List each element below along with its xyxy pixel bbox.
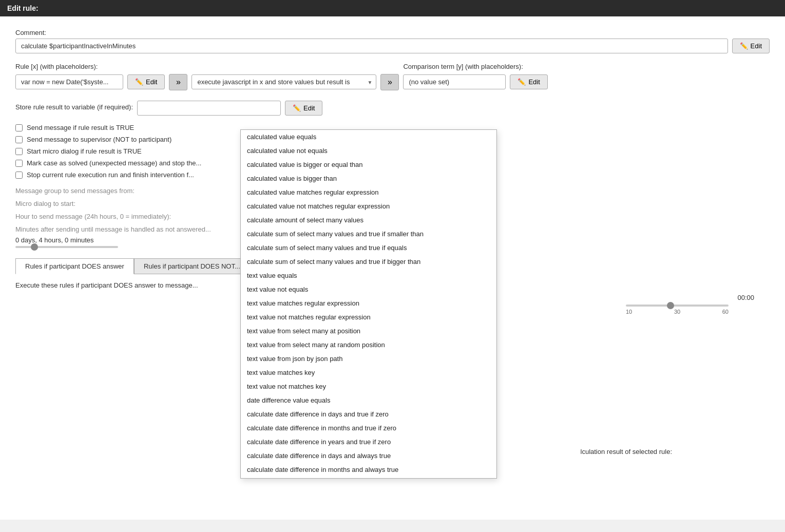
operator-dropdown-wrapper: execute javascript in x and store values…	[192, 74, 376, 89]
operator-group: execute javascript in x and store values…	[192, 63, 376, 89]
operator-label	[192, 63, 376, 70]
right-slider-thumb[interactable]	[667, 302, 674, 309]
pencil-icon-x: ✏️	[135, 78, 143, 86]
calculation-result-label: lculation result of selected rule:	[581, 448, 672, 455]
dropdown-item-5[interactable]: calculated value not matches regular exp…	[241, 199, 496, 213]
operator-select[interactable]: execute javascript in x and store values…	[192, 74, 376, 89]
rule-x-input[interactable]	[15, 74, 123, 89]
title-text: Edit rule:	[7, 4, 39, 12]
checkbox-send-message[interactable]	[15, 124, 23, 131]
dropdown-item-11[interactable]: text value not equals	[241, 282, 496, 296]
tab-does-not-answer[interactable]: Rules if participant DOES NOT...	[134, 258, 250, 274]
pencil-icon-y: ✏️	[518, 78, 526, 86]
comparison-y-input[interactable]	[403, 74, 506, 89]
slider-thumb[interactable]	[31, 243, 38, 251]
dropdown-item-6[interactable]: calculate amount of select many values	[241, 213, 496, 227]
dropdown-item-15[interactable]: text value from select many at random po…	[241, 338, 496, 352]
checkbox-send-supervisor[interactable]	[15, 136, 23, 143]
tick-labels: 10 30 60	[626, 309, 729, 315]
dropdown-item-1[interactable]: calculated value not equals	[241, 144, 496, 158]
checkbox-label-1: Send message if rule result is TRUE	[27, 124, 134, 131]
checkbox-label-5: Stop current rule execution run and fini…	[27, 171, 194, 179]
checkbox-label-4: Mark case as solved (unexpected message)…	[27, 159, 201, 167]
comment-edit-button[interactable]: ✏️ Edit	[732, 39, 770, 53]
dropdown-item-24[interactable]: calculate date difference in months and …	[241, 463, 496, 477]
comment-row: ✏️ Edit	[15, 39, 770, 53]
slider-track[interactable]	[15, 246, 118, 248]
dropdown-item-23[interactable]: calculate date difference in days and al…	[241, 449, 496, 463]
dropdown-item-0[interactable]: calculated value equals	[241, 130, 496, 144]
dropdown-item-16[interactable]: text value from json by json path	[241, 352, 496, 366]
double-arrow-icon-1: »	[176, 78, 181, 87]
checkbox-mark-solved[interactable]	[15, 160, 23, 167]
dropdown-item-3[interactable]: calculated value is bigger than	[241, 172, 496, 185]
right-panel: 00:00 10 30 60	[600, 294, 754, 315]
comparison-y-edit-button[interactable]: ✏️ Edit	[510, 74, 547, 89]
pencil-icon: ✏️	[740, 42, 748, 50]
dropdown-item-21[interactable]: calculate date difference in months and …	[241, 421, 496, 435]
dropdown-item-17[interactable]: text value matches key	[241, 366, 496, 379]
dropdown-item-22[interactable]: calculate date difference in years and t…	[241, 435, 496, 449]
title-bar: Edit rule:	[0, 0, 785, 16]
dropdown-item-18[interactable]: text value not matches key	[241, 379, 496, 393]
checkbox-micro-dialog[interactable]	[15, 148, 23, 155]
checkbox-label-2: Send message to supervisor (NOT to parti…	[27, 136, 171, 143]
right-slider-track-container: 10 30 60	[626, 305, 729, 315]
tab-does-answer[interactable]: Rules if participant DOES answer	[15, 258, 134, 274]
comment-label: Comment:	[15, 29, 770, 36]
dropdown-item-25[interactable]: calculate date difference in years and a…	[241, 477, 496, 479]
dropdown-item-19[interactable]: date difference value equals	[241, 393, 496, 407]
dropdown-item-14[interactable]: text value from select many at position	[241, 324, 496, 338]
dropdown-item-7[interactable]: calculate sum of select many values and …	[241, 227, 496, 241]
arrow-button-2[interactable]: »	[380, 74, 399, 90]
comparison-y-label: Comparison term [y] (with placeholders):	[403, 63, 547, 70]
store-rule-label: Store rule result to variable (if requir…	[15, 103, 133, 111]
dropdown-item-13[interactable]: text value not matches regular expressio…	[241, 310, 496, 324]
dropdown-item-2[interactable]: calculated value is bigger or equal than	[241, 158, 496, 172]
dropdown-item-12[interactable]: text value matches regular expression	[241, 296, 496, 310]
comment-group: Comment: ✏️ Edit	[15, 29, 770, 53]
arrow-button-1[interactable]: »	[169, 74, 187, 90]
double-arrow-icon-2: »	[388, 78, 392, 87]
rule-x-group: Rule [x] (with placeholders): ✏️ Edit	[15, 63, 165, 89]
store-rule-input[interactable]	[137, 101, 281, 116]
comparison-y-group: Comparison term [y] (with placeholders):…	[403, 63, 547, 89]
rule-x-label: Rule [x] (with placeholders):	[15, 63, 165, 70]
dropdown-overlay: calculated value equals calculated value…	[240, 129, 497, 479]
checkbox-label-3: Start micro dialog if rule result is TRU…	[27, 147, 142, 155]
store-rule-row: Store rule result to variable (if requir…	[15, 101, 770, 116]
right-slider-track[interactable]	[626, 305, 729, 307]
dropdown-item-4[interactable]: calculated value matches regular express…	[241, 185, 496, 199]
store-rule-edit-button[interactable]: ✏️ Edit	[285, 101, 322, 116]
dropdown-item-9[interactable]: calculate sum of select many values and …	[241, 255, 496, 269]
comment-input[interactable]	[15, 39, 728, 53]
rule-x-edit-button[interactable]: ✏️ Edit	[127, 74, 165, 89]
checkbox-stop-rule[interactable]	[15, 172, 23, 179]
time-right: 00:00	[600, 294, 754, 301]
dropdown-item-8[interactable]: calculate sum of select many values and …	[241, 241, 496, 255]
main-content: Comment: ✏️ Edit Rule [x] (with placehol…	[0, 16, 785, 520]
rule-row: Rule [x] (with placeholders): ✏️ Edit » …	[15, 63, 770, 90]
pencil-icon-store: ✏️	[293, 104, 301, 112]
dropdown-item-10[interactable]: text value equals	[241, 269, 496, 282]
dropdown-item-20[interactable]: calculate date difference in days and tr…	[241, 407, 496, 421]
